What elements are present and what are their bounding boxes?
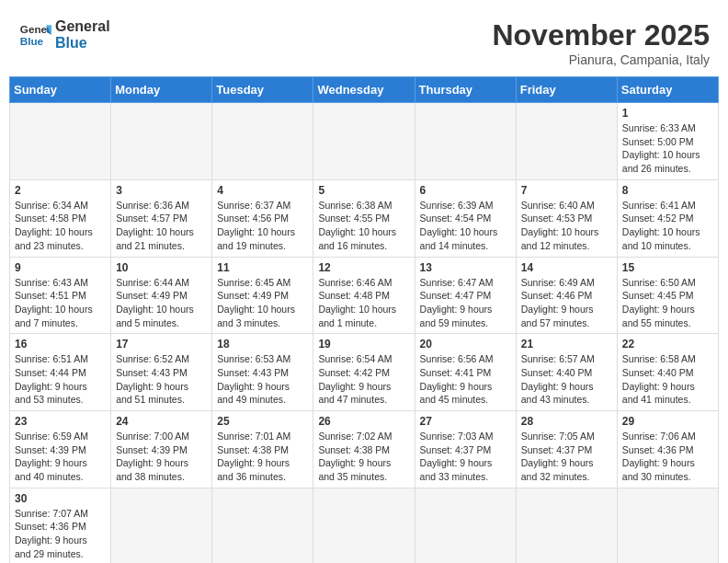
- calendar-cell: 16Sunrise: 6:51 AM Sunset: 4:44 PM Dayli…: [10, 334, 111, 411]
- calendar-week-2: 2Sunrise: 6:34 AM Sunset: 4:58 PM Daylig…: [10, 179, 719, 257]
- day-info: Sunrise: 6:57 AM Sunset: 4:40 PM Dayligh…: [521, 352, 612, 407]
- calendar-cell: [415, 488, 516, 563]
- calendar-cell: [212, 488, 313, 563]
- day-info: Sunrise: 6:41 AM Sunset: 4:52 PM Dayligh…: [622, 199, 713, 253]
- day-number: 23: [15, 415, 106, 428]
- day-info: Sunrise: 6:39 AM Sunset: 4:54 PM Dayligh…: [420, 199, 511, 253]
- day-number: 30: [15, 492, 106, 505]
- calendar-cell: 14Sunrise: 6:49 AM Sunset: 4:46 PM Dayli…: [516, 257, 617, 334]
- calendar-cell: 13Sunrise: 6:47 AM Sunset: 4:47 PM Dayli…: [415, 257, 516, 334]
- calendar-cell: 1Sunrise: 6:33 AM Sunset: 5:00 PM Daylig…: [617, 103, 718, 180]
- day-info: Sunrise: 6:38 AM Sunset: 4:55 PM Dayligh…: [318, 199, 409, 253]
- calendar-cell: 8Sunrise: 6:41 AM Sunset: 4:52 PM Daylig…: [617, 179, 718, 257]
- day-info: Sunrise: 6:44 AM Sunset: 4:49 PM Dayligh…: [116, 276, 207, 330]
- day-info: Sunrise: 6:33 AM Sunset: 5:00 PM Dayligh…: [622, 121, 713, 176]
- calendar: SundayMondayTuesdayWednesdayThursdayFrid…: [9, 76, 719, 563]
- calendar-cell: 24Sunrise: 7:00 AM Sunset: 4:39 PM Dayli…: [111, 411, 212, 488]
- day-number: 10: [116, 261, 207, 274]
- day-number: 18: [217, 338, 308, 350]
- day-info: Sunrise: 6:51 AM Sunset: 4:44 PM Dayligh…: [15, 352, 106, 407]
- day-number: 26: [318, 415, 409, 428]
- calendar-week-5: 23Sunrise: 6:59 AM Sunset: 4:39 PM Dayli…: [10, 411, 719, 488]
- day-info: Sunrise: 7:01 AM Sunset: 4:38 PM Dayligh…: [217, 430, 308, 484]
- calendar-cell: 2Sunrise: 6:34 AM Sunset: 4:58 PM Daylig…: [10, 179, 111, 257]
- day-info: Sunrise: 6:50 AM Sunset: 4:45 PM Dayligh…: [622, 276, 713, 330]
- day-number: 29: [622, 415, 713, 428]
- day-number: 11: [217, 261, 308, 274]
- day-info: Sunrise: 6:49 AM Sunset: 4:46 PM Dayligh…: [521, 276, 612, 330]
- weekday-header-thursday: Thursday: [415, 77, 516, 103]
- day-number: 15: [622, 261, 713, 274]
- day-number: 13: [420, 261, 511, 274]
- month-title: November 2025: [492, 18, 710, 52]
- calendar-cell: 11Sunrise: 6:45 AM Sunset: 4:49 PM Dayli…: [212, 257, 313, 334]
- day-number: 21: [521, 338, 612, 350]
- day-number: 14: [521, 261, 612, 274]
- svg-text:Blue: Blue: [20, 35, 44, 47]
- day-number: 8: [622, 184, 713, 197]
- logo: General Blue General Blue: [18, 18, 110, 52]
- day-number: 20: [420, 338, 511, 350]
- calendar-cell: 26Sunrise: 7:02 AM Sunset: 4:38 PM Dayli…: [313, 411, 415, 488]
- calendar-cell: 10Sunrise: 6:44 AM Sunset: 4:49 PM Dayli…: [111, 257, 212, 334]
- calendar-cell: 18Sunrise: 6:53 AM Sunset: 4:43 PM Dayli…: [212, 334, 313, 411]
- day-info: Sunrise: 6:46 AM Sunset: 4:48 PM Dayligh…: [318, 276, 409, 330]
- day-info: Sunrise: 6:47 AM Sunset: 4:47 PM Dayligh…: [420, 276, 511, 330]
- calendar-week-6: 30Sunrise: 7:07 AM Sunset: 4:36 PM Dayli…: [10, 488, 719, 563]
- day-info: Sunrise: 6:45 AM Sunset: 4:49 PM Dayligh…: [217, 276, 308, 330]
- day-info: Sunrise: 6:53 AM Sunset: 4:43 PM Dayligh…: [217, 352, 308, 407]
- day-number: 22: [622, 338, 713, 350]
- day-info: Sunrise: 7:07 AM Sunset: 4:36 PM Dayligh…: [15, 507, 106, 561]
- calendar-cell: 17Sunrise: 6:52 AM Sunset: 4:43 PM Dayli…: [111, 334, 212, 411]
- day-number: 28: [521, 415, 612, 428]
- calendar-cell: 7Sunrise: 6:40 AM Sunset: 4:53 PM Daylig…: [516, 179, 617, 257]
- calendar-week-1: 1Sunrise: 6:33 AM Sunset: 5:00 PM Daylig…: [10, 103, 719, 180]
- calendar-cell: 12Sunrise: 6:46 AM Sunset: 4:48 PM Dayli…: [313, 257, 415, 334]
- weekday-header-sunday: Sunday: [10, 77, 111, 103]
- day-info: Sunrise: 6:59 AM Sunset: 4:39 PM Dayligh…: [15, 430, 106, 484]
- day-number: 27: [420, 415, 511, 428]
- calendar-cell: 21Sunrise: 6:57 AM Sunset: 4:40 PM Dayli…: [516, 334, 617, 411]
- day-number: 5: [318, 184, 409, 197]
- logo-general: General: [55, 18, 110, 34]
- weekday-header-wednesday: Wednesday: [313, 77, 415, 103]
- weekday-header-monday: Monday: [111, 77, 212, 103]
- calendar-cell: [516, 103, 617, 180]
- calendar-cell: 19Sunrise: 6:54 AM Sunset: 4:42 PM Dayli…: [313, 334, 415, 411]
- weekday-header-tuesday: Tuesday: [212, 77, 313, 103]
- day-info: Sunrise: 6:52 AM Sunset: 4:43 PM Dayligh…: [116, 352, 207, 407]
- day-number: 6: [420, 184, 511, 197]
- calendar-cell: [111, 103, 212, 180]
- day-number: 24: [116, 415, 207, 428]
- day-number: 9: [15, 261, 106, 274]
- calendar-cell: [415, 103, 516, 180]
- calendar-cell: 4Sunrise: 6:37 AM Sunset: 4:56 PM Daylig…: [212, 179, 313, 257]
- calendar-cell: 29Sunrise: 7:06 AM Sunset: 4:36 PM Dayli…: [617, 411, 718, 488]
- page-header: General Blue General Blue November 2025 …: [9, 9, 719, 72]
- calendar-cell: [617, 488, 718, 563]
- day-info: Sunrise: 6:56 AM Sunset: 4:41 PM Dayligh…: [420, 352, 511, 407]
- day-info: Sunrise: 7:03 AM Sunset: 4:37 PM Dayligh…: [420, 430, 511, 484]
- calendar-cell: [111, 488, 212, 563]
- calendar-cell: 27Sunrise: 7:03 AM Sunset: 4:37 PM Dayli…: [415, 411, 516, 488]
- calendar-cell: 15Sunrise: 6:50 AM Sunset: 4:45 PM Dayli…: [617, 257, 718, 334]
- weekday-header-saturday: Saturday: [617, 77, 718, 103]
- calendar-cell: 30Sunrise: 7:07 AM Sunset: 4:36 PM Dayli…: [10, 488, 111, 563]
- calendar-cell: 9Sunrise: 6:43 AM Sunset: 4:51 PM Daylig…: [10, 257, 111, 334]
- day-info: Sunrise: 7:00 AM Sunset: 4:39 PM Dayligh…: [116, 430, 207, 484]
- day-info: Sunrise: 6:37 AM Sunset: 4:56 PM Dayligh…: [217, 199, 308, 253]
- calendar-cell: [313, 488, 415, 563]
- calendar-cell: [10, 103, 111, 180]
- calendar-header: SundayMondayTuesdayWednesdayThursdayFrid…: [10, 77, 719, 103]
- logo-blue: Blue: [55, 35, 87, 51]
- calendar-cell: [212, 103, 313, 180]
- day-info: Sunrise: 7:06 AM Sunset: 4:36 PM Dayligh…: [622, 430, 713, 484]
- day-info: Sunrise: 6:36 AM Sunset: 4:57 PM Dayligh…: [116, 199, 207, 253]
- day-number: 2: [15, 184, 106, 197]
- logo-icon: General Blue: [18, 18, 51, 52]
- weekday-header-friday: Friday: [516, 77, 617, 103]
- day-info: Sunrise: 6:58 AM Sunset: 4:40 PM Dayligh…: [622, 352, 713, 407]
- day-info: Sunrise: 6:40 AM Sunset: 4:53 PM Dayligh…: [521, 199, 612, 253]
- calendar-cell: 28Sunrise: 7:05 AM Sunset: 4:37 PM Dayli…: [516, 411, 617, 488]
- calendar-cell: [313, 103, 415, 180]
